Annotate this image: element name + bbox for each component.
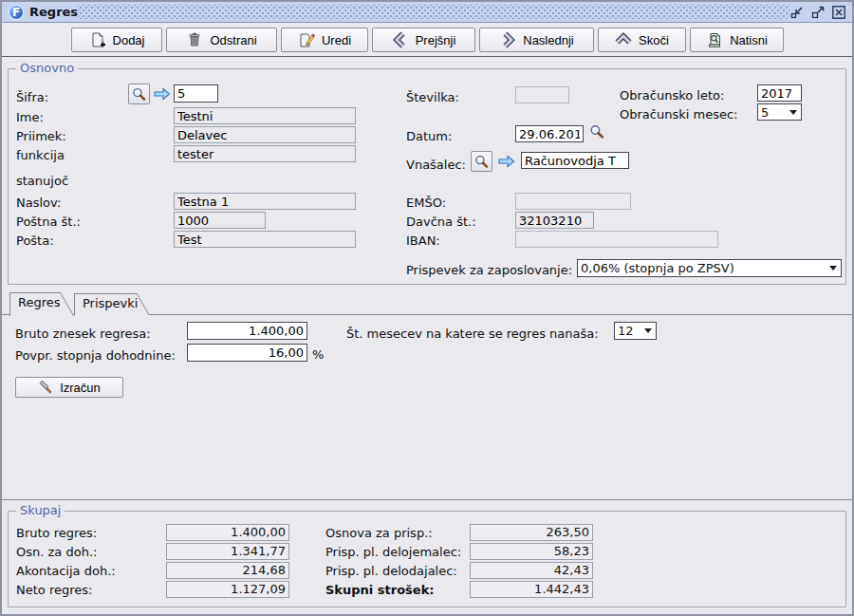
posta-field <box>174 231 356 248</box>
add-button-label: Dodaj <box>113 33 145 47</box>
arrow-right-icon <box>154 86 171 102</box>
titlebar-texture <box>78 5 789 19</box>
datum-calendar-lookup-icon[interactable] <box>588 123 605 140</box>
chevron-up-icon <box>615 31 632 48</box>
priimek-label: Priimek: <box>16 129 66 144</box>
remove-button-label: Odstrani <box>210 33 256 47</box>
vnasalec-input[interactable] <box>521 152 629 169</box>
funkcija-field <box>174 145 356 162</box>
close-icon[interactable] <box>831 5 845 19</box>
akontacija-doh-label: Akontacija doh.: <box>16 564 116 579</box>
skupni-strosek-label: Skupni strošek: <box>325 583 435 598</box>
osnovno-legend: Osnovno <box>16 61 78 76</box>
obracunski-mesec-label: Obračunski mesec: <box>620 107 737 122</box>
tab-regres-label: Regres <box>9 292 61 309</box>
remove-button[interactable]: Odstrani <box>166 28 277 52</box>
ime-label: Ime: <box>16 110 44 125</box>
chevron-right-icon <box>499 31 516 48</box>
emso-field <box>515 193 631 210</box>
edit-button[interactable]: Uredi <box>281 28 368 52</box>
bruto-regres-value: 1.400,00 <box>166 524 289 541</box>
postna-st-label: Poštna št.: <box>16 215 81 230</box>
sifra-input[interactable] <box>174 84 218 103</box>
osnovno-group: Osnovno Šifra: Ime: Priimek: funkcija st… <box>8 68 846 285</box>
vnasalec-label: Vnašalec: <box>406 158 466 173</box>
print-button-label: Natisni <box>730 33 768 47</box>
tab-prispevki[interactable]: Prispevki <box>74 293 137 315</box>
obracunski-mesec-value: 5 <box>761 105 769 120</box>
skupaj-legend: Skupaj <box>16 503 65 518</box>
osn-za-doh-label: Osn. za doh.: <box>16 545 97 560</box>
tab-prispevki-label: Prispevki <box>74 293 137 310</box>
prisp-delojemalec-label: Prisp. pl. delojemalec: <box>325 545 461 560</box>
povpr-stopnja-input[interactable] <box>187 344 307 362</box>
priimek-field <box>174 126 356 143</box>
toolbar: Dodaj Odstrani U <box>2 24 852 57</box>
postna-st-field <box>174 212 266 229</box>
skupni-strosek-value: 1.442,43 <box>470 581 593 598</box>
app-logo-icon: F <box>9 5 24 20</box>
obracunsko-leto-label: Obračunsko leto: <box>620 88 724 103</box>
title-bar[interactable]: F Regres <box>2 2 852 23</box>
previous-button[interactable]: Prejšnji <box>372 28 475 52</box>
povpr-stopnja-label: Povpr. stopnja dohodnine: <box>15 348 176 364</box>
stevilka-field <box>515 86 569 103</box>
neto-regres-value: 1.127,09 <box>166 581 289 598</box>
add-button[interactable]: Dodaj <box>71 28 162 52</box>
arrow-right-icon <box>498 154 515 169</box>
obracunski-mesec-select[interactable]: 5 <box>757 103 802 121</box>
prispevek-value: 0,06% (stopnja po ZPSV) <box>581 261 734 275</box>
dropdown-arrow-icon <box>644 328 652 333</box>
jump-button-label: Skoči <box>639 33 669 47</box>
vnasalec-lookup-button[interactable] <box>471 151 492 172</box>
edit-pencil-icon <box>298 31 315 48</box>
tab-regres[interactable]: Regres <box>9 292 61 316</box>
sifra-lookup-button[interactable] <box>128 84 150 104</box>
print-button[interactable]: Natisni <box>690 28 784 52</box>
st-mesecev-select[interactable]: 12 <box>614 322 657 340</box>
osnova-za-prisp-value: 263,50 <box>470 524 593 541</box>
add-document-icon <box>89 31 106 48</box>
st-mesecev-label: Št. mesecev na katere se regres nanaša: <box>346 327 599 342</box>
search-icon <box>131 86 147 103</box>
edit-button-label: Uredi <box>322 33 351 47</box>
search-icon <box>473 154 490 170</box>
datum-label: Datum: <box>406 129 452 144</box>
izracun-button[interactable]: Izračun <box>15 377 123 398</box>
print-icon <box>706 31 723 48</box>
naslov-label: Naslov: <box>16 196 61 211</box>
obracunsko-leto-input[interactable] <box>757 84 802 102</box>
sifra-label: Šifra: <box>16 90 48 105</box>
iban-field <box>515 231 718 248</box>
prispevek-label: Prispevek za zaposlovanje: <box>406 263 572 278</box>
neto-regres-label: Neto regres: <box>16 583 92 598</box>
posta-label: Pošta: <box>16 233 54 249</box>
ime-field <box>174 107 356 124</box>
trash-icon <box>186 31 203 48</box>
iban-label: IBAN: <box>406 233 440 249</box>
maximize-icon[interactable] <box>810 5 825 19</box>
regres-tab-panel <box>2 314 852 500</box>
akontacija-doh-value: 214,68 <box>166 562 289 579</box>
bruto-znesek-label: Bruto znesek regresa: <box>15 327 151 342</box>
prisp-delodajalec-label: Prisp. pl. delodajalec: <box>325 564 457 579</box>
bruto-znesek-input[interactable] <box>187 322 307 340</box>
regres-window: F Regres <box>0 0 854 616</box>
jump-button[interactable]: Skoči <box>598 28 686 52</box>
next-button-label: Naslednji <box>523 33 573 47</box>
minimize-icon[interactable] <box>789 5 804 19</box>
izracun-button-label: Izračun <box>60 381 101 395</box>
next-button[interactable]: Naslednji <box>479 28 594 52</box>
naslov-field <box>174 193 356 210</box>
osnova-za-prisp-label: Osnova za prisp.: <box>325 526 433 541</box>
window-title: Regres <box>29 5 78 19</box>
st-mesecev-value: 12 <box>618 324 634 338</box>
prispevek-select[interactable]: 0,06% (stopnja po ZPSV) <box>577 259 842 277</box>
datum-input[interactable] <box>515 125 584 142</box>
bruto-regres-label: Bruto regres: <box>16 526 97 541</box>
funkcija-label: funkcija <box>16 148 65 163</box>
osn-za-doh-value: 1.341,77 <box>166 543 289 560</box>
skupaj-group: Skupaj Bruto regres: 1.400,00 Osn. za do… <box>8 511 846 607</box>
stanujoc-label: stanujoč <box>16 174 68 189</box>
hammer-icon <box>38 380 53 395</box>
